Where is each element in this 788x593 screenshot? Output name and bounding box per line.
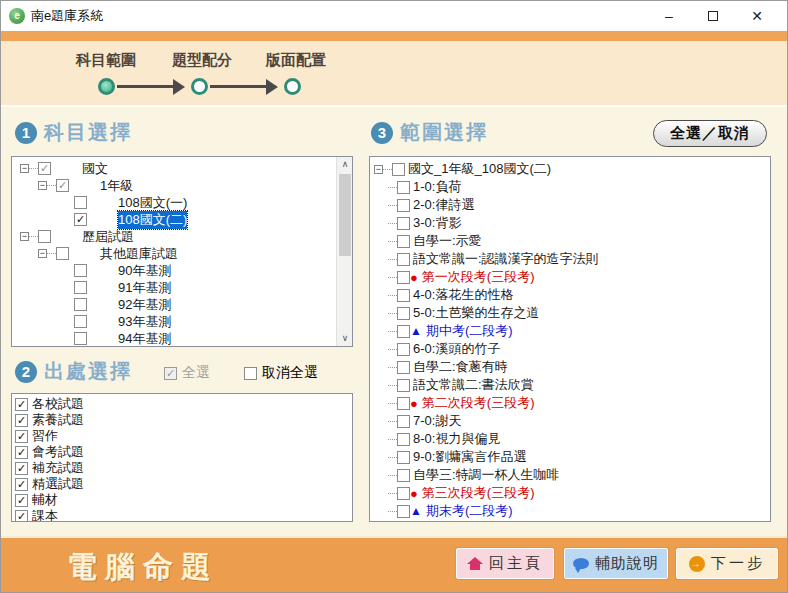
scroll-down-icon[interactable]: ∨	[337, 331, 353, 346]
subject-tree-scrollbar[interactable]: ∧ ∨	[336, 157, 352, 346]
tree-checkbox[interactable]: ✓	[56, 179, 69, 192]
select-all-checkbox[interactable]: ✓ 全選	[164, 364, 210, 382]
tree-checkbox[interactable]	[38, 230, 51, 243]
tree-expander-icon[interactable]: −	[20, 232, 29, 241]
range-item-label[interactable]: 自學一:示愛	[413, 232, 482, 250]
source-checkbox[interactable]: ✓	[15, 494, 28, 507]
subject-tree-row[interactable]: 90年基測	[12, 262, 335, 279]
range-item-label[interactable]: 期末考(二段考)	[426, 502, 513, 520]
source-list-item[interactable]: ✓素養試題	[15, 412, 84, 428]
source-checkbox[interactable]: ✓	[15, 446, 28, 459]
tree-item-label[interactable]: 1年級	[100, 177, 133, 195]
range-tree-row[interactable]: 7-0:謝天	[374, 412, 599, 430]
tree-expander-icon[interactable]: −	[20, 164, 29, 173]
source-list-item[interactable]: ✓習作	[15, 428, 84, 444]
range-checkbox[interactable]	[397, 451, 410, 464]
range-item-label[interactable]: 3-0:背影	[413, 214, 461, 232]
tree-expander-icon[interactable]: −	[38, 249, 47, 258]
range-item-label[interactable]: 自學三:特調一杯人生咖啡	[413, 466, 560, 484]
subject-tree-row[interactable]: −其他題庫試題	[12, 245, 335, 262]
range-item-label[interactable]: 9-0:劉墉寓言作品選	[413, 448, 526, 466]
range-checkbox[interactable]	[397, 379, 410, 392]
subject-tree-row[interactable]: 94年基測	[12, 330, 335, 347]
range-tree-row[interactable]: 自學二:食蔥有時	[374, 358, 599, 376]
range-tree-row[interactable]: 9-0:劉墉寓言作品選	[374, 448, 599, 466]
range-checkbox[interactable]	[397, 397, 410, 410]
source-list-item[interactable]: ✓會考試題	[15, 444, 84, 460]
range-checkbox[interactable]	[392, 163, 405, 176]
range-item-label[interactable]: 第三次段考(三段考)	[422, 484, 535, 502]
deselect-all-checkbox-box[interactable]	[244, 367, 257, 380]
range-item-label[interactable]: 第二次段考(三段考)	[422, 394, 535, 412]
scrollbar-thumb[interactable]	[339, 174, 351, 256]
range-tree-row[interactable]: −國文_1年級_108國文(二)	[374, 160, 599, 178]
range-item-label[interactable]: 8-0:視力與偏見	[413, 430, 500, 448]
tree-item-label[interactable]: 國文	[82, 160, 108, 178]
range-item-label[interactable]: 2-0:律詩選	[413, 196, 474, 214]
tree-checkbox[interactable]	[74, 332, 87, 345]
tree-checkbox[interactable]	[74, 298, 87, 311]
range-checkbox[interactable]	[397, 487, 410, 500]
range-checkbox[interactable]	[397, 217, 410, 230]
tree-expander-icon[interactable]: −	[38, 181, 47, 190]
range-checkbox[interactable]	[397, 415, 410, 428]
range-checkbox[interactable]	[397, 343, 410, 356]
tree-item-label[interactable]: 108國文(一)	[118, 194, 187, 212]
source-checkbox[interactable]: ✓	[15, 398, 28, 411]
range-checkbox[interactable]	[397, 433, 410, 446]
source-list-item[interactable]: ✓各校試題	[15, 396, 84, 412]
tree-checkbox[interactable]: ✓	[74, 213, 87, 226]
tree-item-label[interactable]: 94年基測	[118, 330, 171, 348]
range-tree-row[interactable]: 2-0:律詩選	[374, 196, 599, 214]
next-step-button[interactable]: → 下一步	[676, 548, 778, 579]
tree-checkbox[interactable]	[74, 315, 87, 328]
range-item-label[interactable]: 期中考(二段考)	[426, 322, 513, 340]
tree-checkbox[interactable]	[74, 264, 87, 277]
scroll-up-icon[interactable]: ∧	[337, 157, 353, 172]
subject-tree-row[interactable]: 92年基測	[12, 296, 335, 313]
range-item-label[interactable]: 自學二:食蔥有時	[413, 358, 508, 376]
source-list-item[interactable]: ✓課本	[15, 508, 84, 522]
range-item-label[interactable]: 語文常識一:認識漢字的造字法則	[413, 250, 599, 268]
source-list-item[interactable]: ✓輔材	[15, 492, 84, 508]
subject-tree-row[interactable]: −✓1年級	[12, 177, 335, 194]
range-tree-row[interactable]: 4-0:落花生的性格	[374, 286, 599, 304]
range-checkbox[interactable]	[397, 325, 410, 338]
range-tree-row[interactable]: 6-0:溪頭的竹子	[374, 340, 599, 358]
range-checkbox[interactable]	[397, 253, 410, 266]
range-checkbox[interactable]	[397, 469, 410, 482]
source-checkbox[interactable]: ✓	[15, 510, 28, 523]
range-checkbox[interactable]	[397, 307, 410, 320]
range-item-label[interactable]: 5-0:土芭樂的生存之道	[413, 304, 539, 322]
tree-checkbox[interactable]: ✓	[38, 162, 51, 175]
select-all-checkbox-box[interactable]: ✓	[164, 367, 177, 380]
source-checkbox[interactable]: ✓	[15, 430, 28, 443]
range-checkbox[interactable]	[397, 289, 410, 302]
range-item-label[interactable]: 6-0:溪頭的竹子	[413, 340, 500, 358]
source-item-label[interactable]: 課本	[32, 507, 58, 522]
tree-checkbox[interactable]	[56, 247, 69, 260]
range-tree-row[interactable]: 自學三:特調一杯人生咖啡	[374, 466, 599, 484]
tree-checkbox[interactable]	[74, 281, 87, 294]
maximize-button[interactable]	[691, 2, 735, 30]
source-list-item[interactable]: ✓精選試題	[15, 476, 84, 492]
select-toggle-button[interactable]: 全選／取消	[653, 120, 767, 147]
subject-tree-row[interactable]: ✓108國文(二)	[12, 211, 335, 228]
source-checkbox[interactable]: ✓	[15, 414, 28, 427]
minimize-button[interactable]: –	[647, 2, 691, 30]
tree-item-label[interactable]: 93年基測	[118, 313, 171, 331]
tree-item-label[interactable]: 91年基測	[118, 279, 171, 297]
range-checkbox[interactable]	[397, 181, 410, 194]
help-button[interactable]: 輔助說明	[564, 548, 668, 579]
range-checkbox[interactable]	[397, 235, 410, 248]
tree-item-label[interactable]: 108國文(二)	[118, 211, 187, 229]
range-tree-row[interactable]: ●第一次段考(三段考)	[374, 268, 599, 286]
tree-checkbox[interactable]	[74, 196, 87, 209]
tree-item-label[interactable]: 92年基測	[118, 296, 171, 314]
source-checkbox[interactable]: ✓	[15, 462, 28, 475]
subject-tree-row[interactable]: 93年基測	[12, 313, 335, 330]
range-tree-row[interactable]: ▲期末考(二段考)	[374, 502, 599, 520]
range-checkbox[interactable]	[397, 271, 410, 284]
range-item-label[interactable]: 第一次段考(三段考)	[422, 268, 535, 286]
range-tree-row[interactable]: ●第三次段考(三段考)	[374, 484, 599, 502]
